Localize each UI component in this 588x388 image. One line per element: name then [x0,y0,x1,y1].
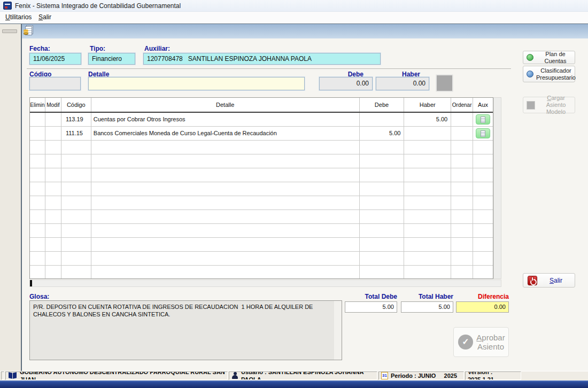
table-cell [404,266,451,279]
table-cell [404,238,451,251]
salir-button[interactable]: Salir [523,273,575,288]
entry-action-button[interactable] [436,74,453,92]
tipo-label: Tipo: [90,45,105,52]
table-row[interactable] [30,210,493,224]
menu-item-salir[interactable]: Salir [34,12,56,24]
plan-de-cuentas-button[interactable]: Plan de Cuentas [523,51,575,64]
grid-column-header[interactable]: Detalle [91,98,360,112]
table-cell[interactable] [45,127,61,140]
cargar-asiento-modelo-button[interactable]: Cargar AsientoModelo [523,97,575,113]
grid-column-header[interactable]: Haber [404,98,451,112]
glosa-textarea[interactable]: P/R. DEPOSITO EN CUENTA ROTATIVA DE INGR… [29,300,342,360]
table-cell [404,154,451,168]
table-cell [30,210,45,223]
clasificador-label: ClasificadorPresupuestario [536,67,576,81]
table-cell [30,266,45,279]
table-cell [360,252,405,265]
table-cell [473,210,493,223]
clasificador-presupuestario-button[interactable]: ClasificadorPresupuestario [523,66,575,82]
table-cell [61,196,91,209]
table-row[interactable] [30,252,493,266]
table-cell[interactable] [473,127,493,140]
table-cell [473,238,493,251]
grid-horizontal-scrollbar[interactable] [29,280,501,287]
table-cell [61,266,91,279]
table-cell [451,238,473,251]
aux-button[interactable] [476,114,490,125]
haber-input[interactable]: 0.00 [376,77,429,90]
grid-vertical-scrollbar[interactable] [493,97,501,279]
grid-column-header[interactable]: Ordenar [451,98,473,112]
table-cell[interactable]: Cuentas por Cobrar Otros Ingresos [91,113,360,126]
table-cell [451,141,473,154]
taskbar[interactable] [0,381,588,388]
table-cell[interactable] [404,127,451,140]
table-cell [473,224,493,237]
table-cell[interactable] [451,127,473,140]
table-cell [61,141,91,154]
power-icon [528,276,537,285]
salir-button-label: Salir [537,277,575,284]
grid-column-header[interactable]: Aux [473,98,493,112]
table-cell [473,168,493,182]
table-cell [473,252,493,265]
table-cell[interactable] [30,127,45,140]
debe-input[interactable]: 0.00 [319,77,373,90]
table-cell [473,141,493,154]
menu-item-utilitarios[interactable]: Utilitarios [1,12,36,24]
fecha-input[interactable]: 11/06/2025 [29,53,81,65]
table-cell [30,154,45,168]
grid-column-header[interactable]: Debe [360,98,405,112]
table-cell [451,252,473,265]
codigo-input[interactable] [29,77,81,90]
table-row[interactable] [30,141,493,154]
table-cell[interactable]: 5.00 [404,113,451,126]
aprobar-asiento-button[interactable]: ✓ AprobarAsiento [453,327,509,357]
table-cell[interactable] [360,113,405,126]
blue-sphere-icon [527,71,533,77]
total-haber-field: 5.00 [401,301,453,313]
table-cell[interactable] [45,113,61,126]
cargar-asiento-modelo-label: Cargar AsientoModelo [537,95,575,115]
auxiliar-input[interactable]: 1207708478 SANTILLAN ESPINOZA JOHANNA PA… [143,53,381,65]
entity-text: GOBIERNO AUTONOMO DESCENTRALIZADO PARROQ… [20,371,225,380]
mdi-panel-handle[interactable] [2,29,17,33]
table-row[interactable] [30,154,493,168]
table-cell [404,224,451,237]
aux-button[interactable] [476,128,490,138]
grid-column-header[interactable]: Código [61,98,91,112]
table-cell[interactable]: Bancos Comerciales Moneda de Curso Legal… [91,127,360,140]
scrollbar-thumb[interactable] [30,280,32,286]
table-cell [30,238,45,251]
table-cell [91,266,360,279]
table-cell[interactable]: 5.00 [360,127,405,140]
table-cell [30,224,45,237]
table-cell[interactable] [473,113,493,126]
table-cell [91,154,360,168]
table-cell [360,238,405,251]
form-toolbar [22,24,588,38]
grid-column-header[interactable]: Elimin [30,98,45,112]
table-cell [45,182,61,196]
table-row[interactable]: 111.15Bancos Comerciales Moneda de Curso… [30,127,493,141]
table-cell [91,141,360,154]
table-row[interactable] [30,168,493,182]
table-row[interactable] [30,224,493,238]
table-cell[interactable] [451,113,473,126]
table-cell[interactable]: 111.15 [61,127,91,140]
table-row[interactable] [30,196,493,210]
table-cell [45,210,61,223]
table-cell[interactable]: 113.19 [61,113,91,126]
detalle-input[interactable] [88,77,305,90]
table-row[interactable]: 113.19Cuentas por Cobrar Otros Ingresos5… [30,113,493,127]
table-row[interactable] [30,182,493,196]
table-cell [404,252,451,265]
grid-column-header[interactable]: Modif [45,98,61,112]
table-cell [360,182,405,196]
table-cell [91,168,360,182]
table-row[interactable] [30,266,493,279]
table-row[interactable] [30,238,493,252]
table-cell[interactable] [30,113,45,126]
tipo-input[interactable]: Financiero [88,53,135,65]
table-cell [473,196,493,209]
